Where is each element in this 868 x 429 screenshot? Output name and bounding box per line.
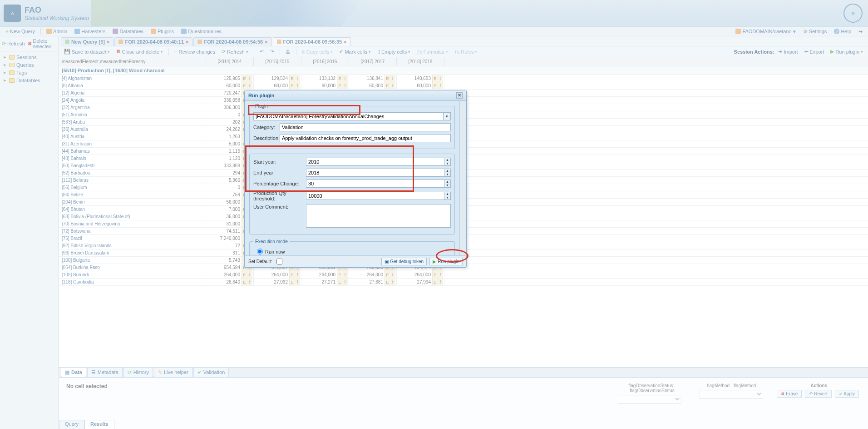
review-changes-button[interactable]: ≡Review changes xyxy=(172,49,217,55)
tab-close-icon[interactable]: × xyxy=(107,39,109,45)
run-plugin-button[interactable]: ▶Run plugin xyxy=(429,258,463,265)
data-cell[interactable]: 136,841Ef xyxy=(349,75,397,82)
column-header[interactable]: [2018] 2018 xyxy=(397,57,444,66)
column-header[interactable]: [2017] 2017 xyxy=(349,57,397,66)
harvesters-menu[interactable]: Harvesters xyxy=(72,29,108,34)
user-menu[interactable]: FAODOMAIN/caetano ▾ xyxy=(733,29,798,35)
flag-method-select[interactable] xyxy=(700,390,763,399)
formulas-button[interactable]: ƒxFormulas xyxy=(414,49,450,55)
admin-menu[interactable]: Admin xyxy=(44,29,70,34)
import-button[interactable]: ⇥Import xyxy=(776,49,800,55)
run-plugin-toolbar-button[interactable]: ▶Run plugin xyxy=(828,49,865,55)
tree-node[interactable]: ▸Tags xyxy=(3,69,56,76)
table-row[interactable]: [108] Burundi264,000Ef264,000Ef264,000Ef… xyxy=(59,271,868,279)
apply-button[interactable]: ✔ Apply xyxy=(835,390,859,398)
erase-button[interactable]: ✖ Erase xyxy=(777,390,802,398)
plugin-dropdown-arrow[interactable]: ▾ xyxy=(444,112,451,120)
data-cell[interactable]: 60,000Ef xyxy=(301,82,349,89)
data-cell[interactable]: 140,653Ef xyxy=(397,75,444,82)
no-cell-selected-label: No cell selected xyxy=(66,383,108,424)
prod-qty-spinner[interactable]: ▲▼ xyxy=(444,192,451,200)
table-row[interactable]: [116] Cambodia26,640Ef27,062Ef27,271Ef27… xyxy=(59,279,868,286)
row-header: [84] Belize xyxy=(59,191,206,198)
session-tab[interactable]: FOR 2020-04-08 09:54:56× xyxy=(193,37,271,46)
end-year-spinner[interactable]: ▲▼ xyxy=(444,169,451,177)
user-comment-input[interactable] xyxy=(306,204,451,228)
redo-button[interactable]: ↷ xyxy=(268,49,276,55)
tree-node[interactable]: ▸Datatables xyxy=(3,76,56,84)
data-cell[interactable]: 60,000Ef xyxy=(254,82,301,89)
copy-cells-button[interactable]: ⎘Copy cells xyxy=(300,49,335,55)
tab-data[interactable]: ▦Data xyxy=(61,368,86,377)
tab-history[interactable]: ⟳History xyxy=(123,368,153,377)
end-year-input[interactable] xyxy=(306,169,444,177)
data-cell[interactable]: 264,000Ef xyxy=(301,271,349,278)
prod-qty-input[interactable] xyxy=(306,192,444,200)
get-debug-token-button[interactable]: ▣Get debug token xyxy=(381,258,427,265)
column-header[interactable]: [2014] 2014 xyxy=(206,57,254,66)
session-tab[interactable]: FOR 2020-04-08 09:40:11× xyxy=(114,37,192,46)
data-cell[interactable]: 264,000Ef xyxy=(254,271,301,278)
refresh-button[interactable]: ⟳Refresh xyxy=(2,38,25,49)
start-year-spinner[interactable]: ▲▼ xyxy=(444,158,451,166)
column-header[interactable]: [2015] 2015 xyxy=(254,57,301,66)
table-row[interactable]: [8] Albania60,000Ef60,000Ef60,000Ef60,00… xyxy=(59,82,868,90)
data-cell[interactable]: 27,681Ef xyxy=(349,279,397,285)
data-cell[interactable]: 125,905Ef xyxy=(206,75,254,82)
logout-button[interactable]: ↪ xyxy=(856,29,865,35)
tab-close-icon[interactable]: × xyxy=(186,39,188,45)
mark-cells-button[interactable]: ✔Mark cells xyxy=(337,49,373,55)
export-button[interactable]: ⇤Export xyxy=(802,49,827,55)
tab-validation[interactable]: ✔Validation xyxy=(193,368,229,377)
start-year-input[interactable] xyxy=(306,158,444,166)
settings-menu[interactable]: ⚙Settings xyxy=(800,29,830,35)
data-cell[interactable]: 27,271Ef xyxy=(301,279,349,285)
tab-live-helper[interactable]: ✎Live helper xyxy=(154,368,192,377)
data-cell[interactable]: 264,000Ef xyxy=(349,271,397,278)
delete-selected-button[interactable]: ✖Delete selected xyxy=(28,38,57,49)
run-now-radio[interactable] xyxy=(257,249,263,254)
table-row[interactable]: [4] Afghanistan125,905Ef129,524Ef133,132… xyxy=(59,75,868,82)
datatables-menu[interactable]: Datatables xyxy=(110,29,146,34)
plus-icon: + xyxy=(5,28,9,35)
dialog-scrollbar[interactable] xyxy=(459,101,466,255)
plugins-menu[interactable]: Plugins xyxy=(148,29,177,34)
print-button[interactable]: 🖶 xyxy=(283,49,293,55)
data-cell[interactable]: 27,062Ef xyxy=(254,279,301,285)
data-cell[interactable]: 264,000Ef xyxy=(397,271,444,278)
plugin-select-input[interactable] xyxy=(253,112,444,120)
undo-button[interactable]: ↶ xyxy=(257,49,266,55)
refresh-session-button[interactable]: ⟳Refresh xyxy=(219,49,251,55)
tree-node[interactable]: ▸Sessions xyxy=(3,53,56,61)
tab-close-icon[interactable]: × xyxy=(265,39,267,45)
data-cell[interactable]: 129,524Ef xyxy=(254,75,301,82)
data-cell[interactable]: 26,640Ef xyxy=(206,279,254,285)
tree-node[interactable]: ▸Queries xyxy=(3,61,56,69)
help-menu[interactable]: ?Help xyxy=(831,29,854,34)
new-query-menu[interactable]: +New Query xyxy=(3,28,38,35)
dialog-close-button[interactable]: ✕ xyxy=(456,92,463,99)
flag-obs-select[interactable] xyxy=(618,395,681,404)
pct-change-input[interactable] xyxy=(306,180,444,188)
questionnaires-menu[interactable]: Questionnaires xyxy=(178,29,224,34)
revert-button[interactable]: ↶ Revert xyxy=(805,390,831,398)
data-cell[interactable]: 264,000Ef xyxy=(206,271,254,278)
session-tab[interactable]: New Query [5]× xyxy=(61,37,113,46)
pct-change-spinner[interactable]: ▲▼ xyxy=(444,180,451,188)
column-header[interactable]: [2016] 2016 xyxy=(301,57,349,66)
empty-cells-button[interactable]: ▯Empty cells xyxy=(375,49,413,55)
tab-metadata[interactable]: ☰Metadata xyxy=(87,368,123,377)
tab-close-icon[interactable]: × xyxy=(344,39,346,45)
set-default-checkbox[interactable] xyxy=(276,259,282,264)
rules-button[interactable]: ƒxRules xyxy=(452,49,480,55)
close-and-delete-button[interactable]: ✖Close and delete xyxy=(114,49,165,55)
footer-tab-results[interactable]: Results xyxy=(84,420,114,429)
data-cell[interactable]: 27,994Ef xyxy=(397,279,444,285)
data-cell[interactable]: 133,132Ef xyxy=(301,75,349,82)
data-cell[interactable]: 60,000Ef xyxy=(349,82,397,89)
footer-tab-query[interactable]: Query xyxy=(59,420,84,429)
session-tab[interactable]: FOR 2020-04-08 09:56:35× xyxy=(273,37,351,46)
save-to-dataset-button[interactable]: 💾Save to dataset xyxy=(62,49,112,55)
data-cell[interactable]: 60,000Ef xyxy=(206,82,254,89)
data-cell[interactable]: 60,000Ef xyxy=(397,82,444,89)
